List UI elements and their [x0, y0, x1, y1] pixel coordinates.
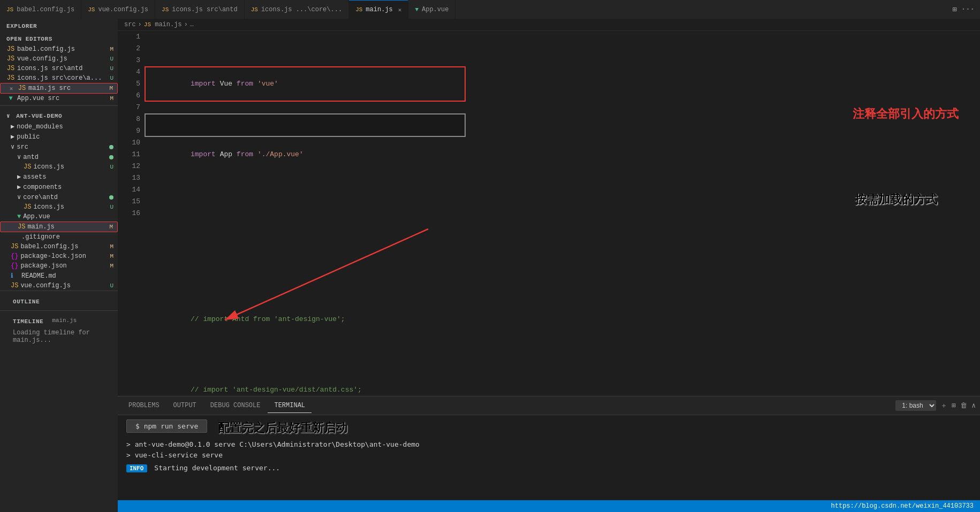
- open-editors-title[interactable]: OPEN EDITORS: [0, 32, 118, 44]
- sidebar-folder-src[interactable]: ∨ src: [0, 142, 118, 152]
- js-icon: JS: [6, 6, 13, 13]
- vue-icon: ▼: [415, 6, 419, 13]
- js-file-icon: JS: [6, 65, 15, 72]
- json-file-icon: {}: [11, 253, 18, 260]
- panel-right: 1: bash ＋ ⊞ 🗑 ∧: [895, 400, 976, 411]
- sidebar-divider: [0, 105, 118, 106]
- sidebar: EXPLORER OPEN EDITORS JS babel.config.js…: [0, 19, 118, 512]
- terminal-command: $ npm run serve: [126, 419, 207, 433]
- sidebar-item-gitignore[interactable]: .gitignore: [0, 232, 118, 242]
- dot-indicator: [109, 145, 113, 149]
- sidebar-folder-assets[interactable]: ▶ assets: [0, 172, 118, 182]
- dot-indicator: [109, 195, 113, 200]
- terminal-output-line-1: > ant-vue-demo@0.1.0 serve C:\Users\Admi…: [126, 439, 971, 450]
- code-line-5: // import 'ant-design-vue/dist/antd.css'…: [149, 372, 980, 396]
- tab-main[interactable]: JS main.js ✕: [349, 0, 408, 19]
- tab-debug-console[interactable]: DEBUG CONSOLE: [204, 399, 267, 412]
- outline-section: OUTLINE: [0, 291, 118, 308]
- line-numbers: 123456 789101112 13141516: [118, 31, 145, 396]
- tab-label: babel.config.js: [17, 6, 74, 13]
- more-icon[interactable]: ···: [961, 5, 975, 14]
- info-badge: INFO: [126, 464, 147, 472]
- sidebar-item-main-tree[interactable]: JS main.js M: [0, 221, 118, 232]
- code-content: import Vue from 'vue' import App from '.…: [145, 31, 980, 396]
- timeline-header[interactable]: TIMELINE main.js: [6, 314, 111, 327]
- tab-label: App.vue: [422, 6, 449, 13]
- tab-icons-core[interactable]: JS icons.js ...\core\...: [245, 0, 349, 19]
- sidebar-item-vue-config-root[interactable]: JS vue.config.js U: [0, 281, 118, 291]
- code-line-4: // import Antd from 'ant-design-vue';: [149, 302, 980, 337]
- js-file-icon: JS: [24, 203, 31, 211]
- js-file-icon: JS: [11, 282, 18, 289]
- sidebar-item-babel[interactable]: JS babel.config.js M: [0, 44, 118, 54]
- tab-bar: JS babel.config.js JS vue.config.js JS i…: [0, 0, 980, 19]
- breadcrumb: src › JS main.js › …: [118, 19, 980, 31]
- timeline-loading: Loading timeline for main.js...: [6, 327, 111, 346]
- sidebar-item-package-lock[interactable]: {} package-lock.json M: [0, 251, 118, 261]
- split-editor-icon[interactable]: ⊞: [952, 5, 956, 14]
- dot-indicator: [109, 155, 113, 159]
- main-area: EXPLORER OPEN EDITORS JS babel.config.js…: [0, 19, 980, 512]
- close-panel-icon[interactable]: ∧: [971, 401, 976, 410]
- close-icon[interactable]: ✕: [7, 85, 16, 92]
- sidebar-item-main[interactable]: ✕ JS main.js src M: [0, 83, 118, 94]
- split-terminal-icon[interactable]: ⊞: [952, 401, 956, 410]
- sidebar-folder-node-modules[interactable]: ▶ node_modules: [0, 121, 118, 132]
- sidebar-item-babel-root[interactable]: JS babel.config.js M: [0, 242, 118, 251]
- tab-label: icons.js ...\core\...: [261, 6, 342, 13]
- add-terminal-icon[interactable]: ＋: [940, 401, 947, 410]
- tab-label: main.js: [366, 6, 392, 13]
- js-file-icon: JS: [11, 243, 18, 250]
- sidebar-folder-components[interactable]: ▶ components: [0, 182, 118, 192]
- tab-babel[interactable]: JS babel.config.js: [0, 0, 81, 19]
- annotation-label-3: 配置完之后最好重新启动: [218, 420, 347, 436]
- sidebar-item-app-vue[interactable]: ▼ App.vue src M: [0, 94, 118, 103]
- timeline-file: main.js: [52, 317, 77, 324]
- sidebar-folder-core-antd[interactable]: ∨ core\antd: [0, 192, 118, 202]
- tab-icons-src[interactable]: JS icons.js src\antd: [155, 0, 245, 19]
- tab-terminal[interactable]: TERMINAL: [268, 399, 312, 413]
- bash-select[interactable]: 1: bash: [895, 400, 936, 411]
- outline-title[interactable]: OUTLINE: [6, 294, 111, 307]
- sidebar-folder-antd[interactable]: ∨ antd: [0, 152, 118, 162]
- terminal-output-line-2: > vue-cli-service serve: [126, 450, 971, 461]
- timeline-title: TIMELINE: [6, 314, 50, 327]
- terminal-content: $ npm run serve 配置完之后最好重新启动 > ant-vue-de…: [118, 415, 980, 500]
- sidebar-item-icons-core[interactable]: JS icons.js U: [0, 202, 118, 212]
- js-icon: JS: [162, 6, 169, 13]
- tab-app-vue[interactable]: ▼ App.vue: [408, 0, 455, 19]
- json-file-icon: {}: [11, 262, 18, 270]
- bottom-panel: PROBLEMS OUTPUT DEBUG CONSOLE TERMINAL 1…: [118, 396, 980, 500]
- delete-terminal-icon[interactable]: 🗑: [960, 402, 967, 410]
- explorer-title: EXPLORER: [0, 19, 118, 32]
- project-title[interactable]: ∨ ANT-VUE-DEMO: [0, 108, 118, 121]
- editor-area: src › JS main.js › … 123456 789101112 13…: [118, 19, 980, 512]
- sidebar-item-vue-config[interactable]: JS vue.config.js U: [0, 54, 118, 64]
- sidebar-item-icons-antd[interactable]: JS icons.js U: [0, 162, 118, 172]
- sidebar-item-icons-src[interactable]: JS icons.js src\antd U: [0, 64, 118, 73]
- code-line-3: [149, 208, 980, 219]
- sidebar-item-app-vue-tree[interactable]: ▼ App.vue: [0, 212, 118, 221]
- code-line-2: import App from './App.vue': [149, 137, 980, 172]
- dark-box: [145, 113, 466, 137]
- sidebar-item-icons-core[interactable]: JS icons.js src\core\a... U: [0, 73, 118, 83]
- sidebar-folder-public[interactable]: ▶ public: [0, 132, 118, 142]
- terminal-cmd-row: $ npm run serve 配置完之后最好重新启动: [126, 419, 971, 436]
- top-right-actions: ⊞ ···: [952, 5, 980, 14]
- close-icon[interactable]: ✕: [398, 6, 402, 13]
- js-file-icon: JS: [18, 223, 25, 231]
- js-file-icon: JS: [6, 55, 15, 63]
- js-icon: JS: [88, 6, 95, 13]
- js-file-icon: JS: [6, 74, 15, 82]
- terminal-output-line-3: INFO Starting development server...: [126, 463, 971, 474]
- tab-label: vue.config.js: [98, 6, 148, 13]
- js-file-icon: JS: [6, 45, 15, 53]
- sidebar-item-package[interactable]: {} package.json M: [0, 261, 118, 271]
- sidebar-item-readme[interactable]: ℹ README.md: [0, 271, 118, 281]
- code-line-1: import Vue from 'vue': [149, 66, 980, 102]
- js-file-icon: JS: [18, 85, 26, 92]
- tab-vue-config[interactable]: JS vue.config.js: [81, 0, 155, 19]
- status-bar: https://blog.csdn.net/weixin_44103733: [118, 500, 980, 512]
- tab-output[interactable]: OUTPUT: [167, 399, 203, 412]
- tab-problems[interactable]: PROBLEMS: [122, 399, 166, 412]
